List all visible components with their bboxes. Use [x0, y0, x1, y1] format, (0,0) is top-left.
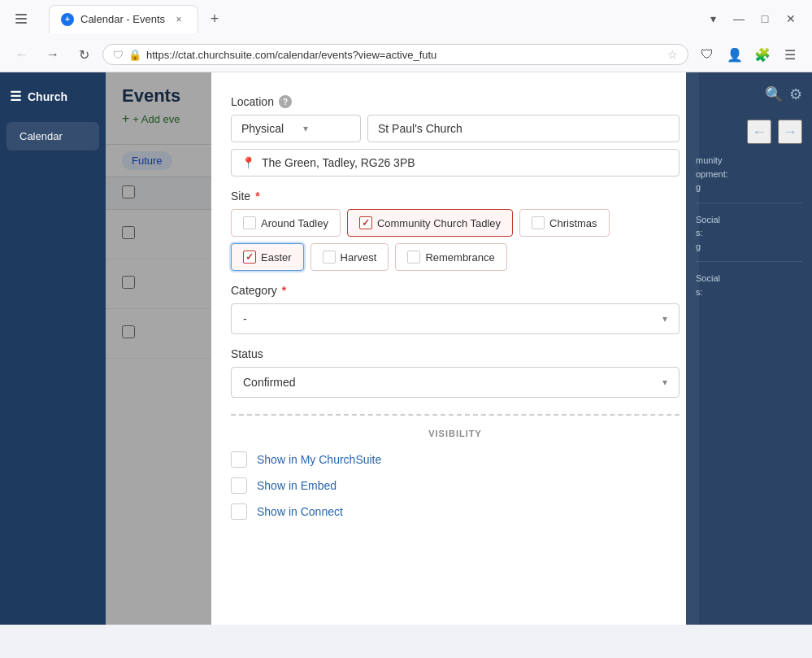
nav-left-btn[interactable]: ← [747, 120, 771, 144]
visibility-title: VISIBILITY [231, 429, 680, 438]
site-option-around-tadley[interactable]: Around Tadley [231, 209, 341, 237]
vis-checkbox-embed[interactable] [231, 477, 247, 494]
vis-checkbox-connect[interactable] [231, 503, 247, 520]
svg-rect-2 [15, 22, 27, 24]
svg-rect-1 [15, 18, 27, 20]
category-chevron-icon: ▾ [662, 313, 667, 325]
site-option-remembrance[interactable]: Remembrance [395, 243, 506, 271]
location-section: Location ? Physical ▾ 📍 The Green, Tadle… [231, 95, 680, 176]
site-required-star: * [255, 190, 259, 203]
visibility-option-my-churchsuite[interactable]: Show in My ChurchSuite [231, 451, 680, 468]
site-label-remembrance: Remembrance [425, 251, 494, 264]
category-value: - [243, 312, 247, 325]
site-option-christmas[interactable]: Christmas [519, 209, 610, 237]
site-label: Site * [231, 190, 680, 203]
svg-rect-0 [15, 14, 27, 15]
location-label: Location ? [231, 95, 680, 108]
visibility-section: VISIBILITY Show in My ChurchSuite Show i… [231, 414, 680, 520]
hamburger-icon[interactable]: ☰ [10, 89, 21, 104]
tab-title: Calendar - Events [80, 13, 165, 25]
sidebar-header: ☰ Church [0, 82, 106, 111]
site-checkbox-community-church[interactable]: ✓ [359, 216, 372, 229]
app-container: ☰ Church Calendar Events + + Add eve [0, 72, 812, 625]
right-panel-item-1: munityopment:g [696, 154, 802, 203]
site-option-community-church[interactable]: ✓ Community Church Tadley [347, 209, 513, 237]
url-text[interactable]: https://ctat.churchsuite.com/calendar/ev… [146, 49, 662, 61]
site-checkbox-harvest[interactable] [323, 251, 336, 264]
right-panel: 🔍 ⚙ ← → munityopment:g Socials:g Socials… [686, 72, 812, 625]
menu-btn[interactable]: ☰ [778, 42, 802, 67]
sidebar: ☰ Church Calendar [0, 72, 106, 625]
event-modal: Location ? Physical ▾ 📍 The Green, Tadle… [211, 72, 699, 625]
sidebar-item-calendar[interactable]: Calendar [7, 122, 99, 150]
app-name: Church [28, 90, 67, 103]
location-pin-icon: 📍 [241, 156, 255, 169]
browser-window-controls [10, 7, 33, 30]
location-address-row: 📍 The Green, Tadley, RG26 3PB [231, 149, 680, 176]
sidebar-item-label: Calendar [20, 130, 63, 142]
site-label-christmas: Christmas [549, 217, 597, 229]
extensions-icon[interactable]: 🧩 [750, 42, 775, 67]
new-tab-btn[interactable]: + [202, 6, 228, 32]
site-label-harvest: Harvest [341, 251, 377, 264]
location-type-dropdown[interactable]: Physical ▾ [231, 115, 361, 142]
checkmark-icon: ✓ [362, 217, 370, 229]
status-dropdown[interactable]: Confirmed ▾ [231, 367, 680, 398]
dropdown-chevron-icon: ▾ [303, 123, 308, 134]
site-option-easter[interactable]: ✓ Easter [231, 243, 304, 271]
tab-calendar-events[interactable]: + Calendar - Events × [49, 5, 198, 33]
sidebar-nav: Calendar [0, 120, 106, 152]
category-label: Category * [231, 284, 680, 297]
minimize-btn[interactable]: — [727, 7, 750, 30]
refresh-btn[interactable]: ↻ [72, 42, 96, 67]
tab-bar: + Calendar - Events × + [39, 5, 695, 33]
close-btn[interactable]: ✕ [779, 7, 802, 30]
right-panel-nav: ← → [696, 120, 802, 144]
vis-label-embed: Show in Embed [257, 479, 337, 492]
shield-security-icon: 🛡 [113, 49, 124, 61]
category-section: Category * - ▾ [231, 284, 680, 334]
maximize-btn[interactable]: □ [753, 7, 776, 30]
main-content: Events + + Add eve Future Na y [106, 72, 812, 625]
site-checkbox-christmas[interactable] [532, 216, 545, 229]
right-panel-item-3: Socials: [696, 272, 802, 298]
user-account-icon[interactable]: 👤 [723, 42, 747, 67]
visibility-option-embed[interactable]: Show in Embed [231, 477, 680, 494]
site-label-around-tadley: Around Tadley [261, 217, 328, 229]
address-bar[interactable]: 🛡 🔒 https://ctat.churchsuite.com/calenda… [102, 44, 688, 65]
nav-right-btn[interactable]: → [778, 120, 802, 144]
site-label-easter: Easter [261, 251, 292, 264]
forward-btn[interactable]: → [41, 42, 65, 67]
visibility-option-connect[interactable]: Show in Connect [231, 503, 680, 520]
search-icon[interactable]: 🔍 [765, 85, 783, 103]
settings-icon[interactable]: ⚙ [789, 85, 802, 103]
site-checkbox-easter[interactable]: ✓ [243, 251, 256, 264]
vis-label-my-churchsuite: Show in My ChurchSuite [257, 453, 381, 466]
status-label: Status [231, 347, 680, 360]
site-option-harvest[interactable]: Harvest [310, 243, 389, 271]
site-section: Site * Around Tadley ✓ [231, 190, 680, 271]
vis-label-connect: Show in Connect [257, 505, 343, 518]
status-section: Status Confirmed ▾ [231, 347, 680, 398]
location-venue-input[interactable] [367, 115, 680, 142]
checkmark-icon: ✓ [245, 251, 254, 263]
site-checkbox-around-tadley[interactable] [243, 216, 256, 229]
browser-chrome: + Calendar - Events × + ▾ — □ ✕ ← → ↻ 🛡 … [0, 0, 812, 72]
dropdown-icon[interactable]: ▾ [701, 7, 724, 30]
tab-close-btn[interactable]: × [172, 12, 186, 27]
location-type-value: Physical [241, 122, 284, 135]
pocket-icon[interactable]: 🛡 [695, 42, 719, 67]
sidebar-toggle-btn[interactable] [10, 7, 33, 30]
browser-titlebar: + Calendar - Events × + ▾ — □ ✕ [0, 0, 812, 37]
site-checkbox-remembrance[interactable] [407, 251, 420, 264]
lock-icon: 🔒 [128, 49, 141, 61]
site-label-community-church: Community Church Tadley [377, 217, 501, 229]
vis-checkbox-my-churchsuite[interactable] [231, 451, 247, 468]
star-icon[interactable]: ☆ [667, 48, 678, 61]
status-chevron-icon: ▾ [662, 377, 667, 388]
location-address-text: The Green, Tadley, RG26 3PB [262, 156, 415, 169]
category-dropdown[interactable]: - ▾ [231, 303, 680, 334]
tab-favicon: + [61, 13, 74, 26]
back-btn[interactable]: ← [10, 42, 34, 67]
location-info-icon[interactable]: ? [279, 95, 292, 108]
